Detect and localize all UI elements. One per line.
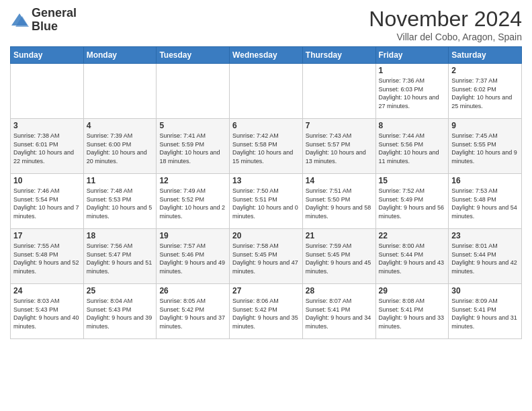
day-number: 13 [232, 176, 300, 185]
cell-w3-d4: 21Sunrise: 7:59 AM Sunset: 5:45 PM Dayli… [302, 229, 375, 284]
day-number: 20 [232, 231, 300, 240]
logo-line2: Blue [32, 20, 77, 34]
day-number: 17 [13, 231, 81, 240]
day-info: Sunrise: 7:53 AM Sunset: 5:48 PM Dayligh… [451, 187, 519, 220]
cell-w2-d2: 12Sunrise: 7:49 AM Sunset: 5:52 PM Dayli… [157, 174, 230, 229]
day-number: 1 [379, 66, 446, 75]
day-info: Sunrise: 7:56 AM Sunset: 5:47 PM Dayligh… [87, 242, 154, 275]
day-number: 4 [87, 121, 154, 130]
page-header: General Blue November 2024 Villar del Co… [10, 7, 522, 42]
cell-w4-d3: 27Sunrise: 8:06 AM Sunset: 5:42 PM Dayli… [230, 284, 303, 339]
cell-w1-d2: 5Sunrise: 7:41 AM Sunset: 5:59 PM Daylig… [157, 119, 230, 174]
cell-w1-d5: 8Sunrise: 7:44 AM Sunset: 5:56 PM Daylig… [375, 119, 449, 174]
day-number: 26 [159, 286, 226, 295]
week-row-3: 17Sunrise: 7:55 AM Sunset: 5:48 PM Dayli… [11, 229, 522, 284]
day-number: 16 [451, 176, 519, 185]
day-info: Sunrise: 7:49 AM Sunset: 5:52 PM Dayligh… [159, 187, 226, 220]
day-info: Sunrise: 7:45 AM Sunset: 5:55 PM Dayligh… [451, 132, 519, 165]
cell-w4-d2: 26Sunrise: 8:05 AM Sunset: 5:42 PM Dayli… [157, 284, 230, 339]
day-number: 6 [232, 121, 300, 130]
day-number: 21 [306, 231, 373, 240]
cell-w0-d2 [157, 64, 230, 119]
day-info: Sunrise: 8:06 AM Sunset: 5:42 PM Dayligh… [232, 297, 300, 330]
header-tuesday: Tuesday [157, 47, 230, 64]
logo: General Blue [10, 7, 77, 34]
day-info: Sunrise: 8:04 AM Sunset: 5:43 PM Dayligh… [87, 297, 154, 330]
cell-w1-d0: 3Sunrise: 7:38 AM Sunset: 6:01 PM Daylig… [11, 119, 84, 174]
logo-text: General Blue [32, 7, 77, 34]
day-info: Sunrise: 7:58 AM Sunset: 5:45 PM Dayligh… [232, 242, 300, 275]
day-info: Sunrise: 7:39 AM Sunset: 6:00 PM Dayligh… [87, 132, 154, 165]
cell-w0-d1 [83, 64, 157, 119]
cell-w3-d2: 19Sunrise: 7:57 AM Sunset: 5:46 PM Dayli… [157, 229, 230, 284]
cell-w0-d6: 2Sunrise: 7:37 AM Sunset: 6:02 PM Daylig… [449, 64, 522, 119]
day-info: Sunrise: 7:51 AM Sunset: 5:50 PM Dayligh… [306, 187, 373, 220]
title-block: November 2024 Villar del Cobo, Aragon, S… [369, 7, 522, 42]
day-number: 18 [87, 231, 154, 240]
day-info: Sunrise: 7:46 AM Sunset: 5:54 PM Dayligh… [13, 187, 81, 220]
day-info: Sunrise: 7:48 AM Sunset: 5:53 PM Dayligh… [87, 187, 154, 220]
cell-w3-d6: 23Sunrise: 8:01 AM Sunset: 5:44 PM Dayli… [449, 229, 522, 284]
day-number: 29 [379, 286, 446, 295]
cell-w4-d1: 25Sunrise: 8:04 AM Sunset: 5:43 PM Dayli… [83, 284, 157, 339]
header-friday: Friday [375, 47, 449, 64]
day-info: Sunrise: 8:01 AM Sunset: 5:44 PM Dayligh… [451, 242, 519, 275]
day-info: Sunrise: 7:42 AM Sunset: 5:58 PM Dayligh… [232, 132, 300, 165]
day-number: 19 [159, 231, 226, 240]
week-row-1: 3Sunrise: 7:38 AM Sunset: 6:01 PM Daylig… [11, 119, 522, 174]
cell-w1-d6: 9Sunrise: 7:45 AM Sunset: 5:55 PM Daylig… [449, 119, 522, 174]
day-info: Sunrise: 7:38 AM Sunset: 6:01 PM Dayligh… [13, 132, 81, 165]
week-row-0: 1Sunrise: 7:36 AM Sunset: 6:03 PM Daylig… [11, 64, 522, 119]
header-saturday: Saturday [449, 47, 522, 64]
day-info: Sunrise: 7:37 AM Sunset: 6:02 PM Dayligh… [451, 77, 519, 110]
day-info: Sunrise: 8:07 AM Sunset: 5:41 PM Dayligh… [306, 297, 373, 330]
day-number: 15 [379, 176, 446, 185]
day-info: Sunrise: 7:44 AM Sunset: 5:56 PM Dayligh… [379, 132, 446, 165]
day-info: Sunrise: 8:03 AM Sunset: 5:43 PM Dayligh… [13, 297, 81, 330]
day-number: 24 [13, 286, 81, 295]
cell-w3-d3: 20Sunrise: 7:58 AM Sunset: 5:45 PM Dayli… [230, 229, 303, 284]
day-info: Sunrise: 8:08 AM Sunset: 5:41 PM Dayligh… [379, 297, 446, 330]
day-info: Sunrise: 7:55 AM Sunset: 5:48 PM Dayligh… [13, 242, 81, 275]
logo-icon [10, 11, 29, 30]
header-thursday: Thursday [302, 47, 375, 64]
day-number: 27 [232, 286, 300, 295]
day-number: 28 [306, 286, 373, 295]
cell-w1-d3: 6Sunrise: 7:42 AM Sunset: 5:58 PM Daylig… [230, 119, 303, 174]
day-info: Sunrise: 8:05 AM Sunset: 5:42 PM Dayligh… [159, 297, 226, 330]
cell-w0-d0 [11, 64, 84, 119]
cell-w3-d5: 22Sunrise: 8:00 AM Sunset: 5:44 PM Dayli… [375, 229, 449, 284]
day-number: 23 [451, 231, 519, 240]
day-number: 3 [13, 121, 81, 130]
cell-w3-d0: 17Sunrise: 7:55 AM Sunset: 5:48 PM Dayli… [11, 229, 84, 284]
day-number: 25 [87, 286, 154, 295]
cell-w2-d0: 10Sunrise: 7:46 AM Sunset: 5:54 PM Dayli… [11, 174, 84, 229]
logo-line1: General [32, 7, 77, 20]
cell-w4-d4: 28Sunrise: 8:07 AM Sunset: 5:41 PM Dayli… [302, 284, 375, 339]
cell-w3-d1: 18Sunrise: 7:56 AM Sunset: 5:47 PM Dayli… [83, 229, 157, 284]
day-info: Sunrise: 8:09 AM Sunset: 5:41 PM Dayligh… [451, 297, 519, 330]
cell-w1-d1: 4Sunrise: 7:39 AM Sunset: 6:00 PM Daylig… [83, 119, 157, 174]
day-number: 10 [13, 176, 81, 185]
cell-w2-d1: 11Sunrise: 7:48 AM Sunset: 5:53 PM Dayli… [83, 174, 157, 229]
day-number: 14 [306, 176, 373, 185]
header-monday: Monday [83, 47, 157, 64]
week-row-2: 10Sunrise: 7:46 AM Sunset: 5:54 PM Dayli… [11, 174, 522, 229]
day-number: 8 [379, 121, 446, 130]
day-info: Sunrise: 7:59 AM Sunset: 5:45 PM Dayligh… [306, 242, 373, 275]
cell-w1-d4: 7Sunrise: 7:43 AM Sunset: 5:57 PM Daylig… [302, 119, 375, 174]
day-info: Sunrise: 7:50 AM Sunset: 5:51 PM Dayligh… [232, 187, 300, 220]
calendar-page: General Blue November 2024 Villar del Co… [0, 0, 532, 411]
week-row-4: 24Sunrise: 8:03 AM Sunset: 5:43 PM Dayli… [11, 284, 522, 339]
day-number: 5 [159, 121, 226, 130]
cell-w4-d6: 30Sunrise: 8:09 AM Sunset: 5:41 PM Dayli… [449, 284, 522, 339]
cell-w2-d3: 13Sunrise: 7:50 AM Sunset: 5:51 PM Dayli… [230, 174, 303, 229]
day-info: Sunrise: 7:52 AM Sunset: 5:49 PM Dayligh… [379, 187, 446, 220]
day-number: 7 [306, 121, 373, 130]
day-number: 22 [379, 231, 446, 240]
cell-w2-d5: 15Sunrise: 7:52 AM Sunset: 5:49 PM Dayli… [375, 174, 449, 229]
cell-w4-d5: 29Sunrise: 8:08 AM Sunset: 5:41 PM Dayli… [375, 284, 449, 339]
day-info: Sunrise: 7:36 AM Sunset: 6:03 PM Dayligh… [379, 77, 446, 110]
cell-w0-d4 [302, 64, 375, 119]
day-number: 30 [451, 286, 519, 295]
